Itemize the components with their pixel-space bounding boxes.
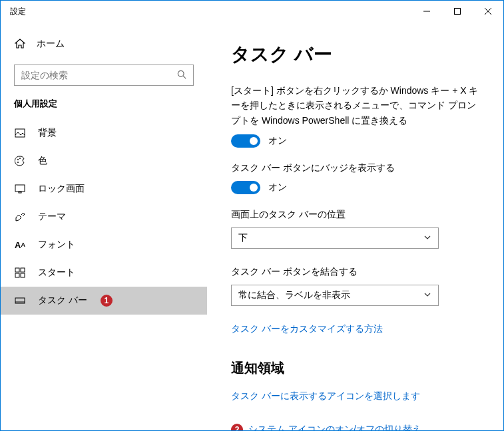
chevron-down-icon bbox=[423, 233, 431, 243]
svg-rect-1 bbox=[455, 9, 461, 15]
chevron-down-icon bbox=[423, 290, 431, 301]
lockscreen-icon bbox=[14, 184, 26, 194]
taskbar-icon bbox=[14, 295, 26, 306]
svg-point-8 bbox=[19, 158, 21, 159]
toggle-badges[interactable] bbox=[231, 181, 260, 194]
combine-buttons-label: タスク バー ボタンを結合する bbox=[231, 266, 490, 278]
toggle-row-powershell: オン bbox=[231, 134, 490, 148]
toggle-row-badges: オン bbox=[231, 181, 490, 194]
svg-rect-6 bbox=[15, 129, 25, 137]
sidebar-item-lockscreen[interactable]: ロック画面 bbox=[1, 175, 207, 203]
svg-point-4 bbox=[178, 71, 184, 76]
home-label: ホーム bbox=[37, 38, 65, 50]
toggle-state-label: オン bbox=[268, 182, 287, 194]
taskbar-position-label: 画面上のタスク バーの位置 bbox=[231, 209, 490, 221]
annotation-badge-1: 1 bbox=[101, 295, 113, 307]
sidebar-item-label: タスク バー bbox=[38, 295, 87, 307]
svg-rect-11 bbox=[19, 192, 21, 193]
palette-icon bbox=[14, 156, 26, 166]
image-icon bbox=[14, 128, 26, 138]
system-icons-link[interactable]: システム アイコンのオン/オフの切り替え bbox=[248, 424, 421, 430]
search-input[interactable] bbox=[21, 70, 177, 80]
svg-point-9 bbox=[17, 162, 19, 163]
sidebar-item-label: 背景 bbox=[38, 127, 57, 139]
maximize-button[interactable] bbox=[442, 1, 473, 22]
setting-badges-label: タスク バー ボタンにバッジを表示する bbox=[231, 162, 490, 174]
home-icon bbox=[14, 39, 26, 49]
window-controls bbox=[411, 1, 503, 22]
svg-point-7 bbox=[17, 159, 19, 160]
sidebar-item-taskbar[interactable]: タスク バー 1 bbox=[1, 287, 207, 315]
content-area: ホーム 個人用設定 背景 色 ロック画面 bbox=[1, 22, 503, 430]
sidebar-item-label: ロック画面 bbox=[38, 183, 85, 195]
combine-buttons-dropdown[interactable]: 常に結合、ラベルを非表示 bbox=[231, 285, 439, 306]
sidebar-item-themes[interactable]: テーマ bbox=[1, 203, 207, 231]
sidebar-item-fonts[interactable]: AA フォント bbox=[1, 231, 207, 259]
titlebar: 設定 bbox=[1, 1, 503, 22]
svg-rect-12 bbox=[15, 268, 19, 272]
settings-window: 設定 ホーム bbox=[0, 0, 504, 431]
sidebar-section-label: 個人用設定 bbox=[1, 98, 207, 119]
customize-taskbar-link[interactable]: タスク バーをカスタマイズする方法 bbox=[231, 323, 383, 335]
toggle-knob bbox=[250, 184, 258, 192]
sidebar-item-label: 色 bbox=[38, 155, 47, 167]
toggle-knob bbox=[250, 137, 258, 145]
font-icon: AA bbox=[14, 240, 26, 250]
minimize-icon bbox=[423, 8, 430, 15]
sidebar-item-background[interactable]: 背景 bbox=[1, 119, 207, 147]
taskbar-position-dropdown[interactable]: 下 bbox=[231, 227, 439, 249]
select-icons-link[interactable]: タスク バーに表示するアイコンを選択します bbox=[231, 390, 420, 402]
toggle-powershell[interactable] bbox=[231, 134, 260, 148]
notification-area-header: 通知領域 bbox=[231, 359, 490, 377]
start-icon bbox=[14, 267, 26, 278]
sidebar-item-label: テーマ bbox=[38, 211, 66, 223]
svg-rect-13 bbox=[21, 268, 25, 272]
close-icon bbox=[485, 8, 491, 15]
page-title: タスク バー bbox=[231, 42, 490, 67]
dropdown-value: 常に結合、ラベルを非表示 bbox=[238, 289, 350, 301]
svg-rect-15 bbox=[21, 273, 25, 277]
minimize-button[interactable] bbox=[411, 1, 442, 22]
toggle-state-label: オン bbox=[268, 135, 287, 147]
search-box[interactable] bbox=[14, 65, 194, 86]
dropdown-value: 下 bbox=[238, 232, 248, 244]
svg-rect-16 bbox=[15, 298, 25, 303]
sidebar-item-colors[interactable]: 色 bbox=[1, 147, 207, 175]
main-panel: タスク バー [スタート] ボタンを右クリックするか Windows キー + … bbox=[207, 22, 503, 430]
search-icon bbox=[177, 70, 186, 81]
theme-icon bbox=[14, 212, 26, 222]
sidebar-item-start[interactable]: スタート bbox=[1, 259, 207, 287]
home-button[interactable]: ホーム bbox=[1, 31, 207, 57]
svg-rect-10 bbox=[15, 185, 25, 192]
sidebar-item-label: スタート bbox=[38, 267, 75, 279]
svg-rect-14 bbox=[15, 273, 19, 277]
system-icons-row: 2 システム アイコンのオン/オフの切り替え bbox=[231, 424, 490, 430]
sidebar: ホーム 個人用設定 背景 色 ロック画面 bbox=[1, 22, 207, 430]
svg-line-5 bbox=[183, 76, 186, 78]
maximize-icon bbox=[454, 8, 461, 15]
close-button[interactable] bbox=[473, 1, 503, 22]
window-title: 設定 bbox=[10, 6, 26, 17]
sidebar-item-label: フォント bbox=[38, 239, 75, 251]
setting-powershell-desc: [スタート] ボタンを右クリックするか Windows キー + X キーを押し… bbox=[231, 83, 484, 128]
annotation-badge-2: 2 bbox=[231, 424, 243, 430]
